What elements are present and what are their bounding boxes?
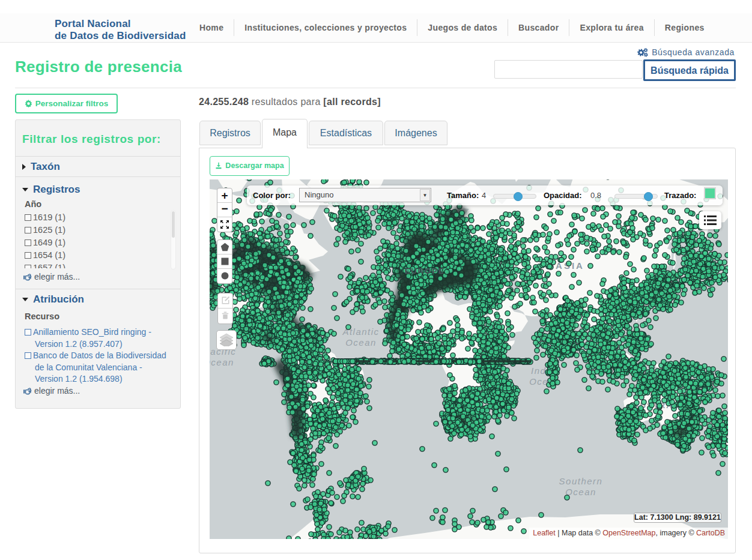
svg-text:Ocean: Ocean xyxy=(345,337,377,348)
svg-text:EUROPE: EUROPE xyxy=(405,266,445,275)
svg-text:Southern: Southern xyxy=(559,476,603,486)
svg-text:Ocean: Ocean xyxy=(210,357,234,367)
svg-text:Ocean: Ocean xyxy=(565,487,596,497)
